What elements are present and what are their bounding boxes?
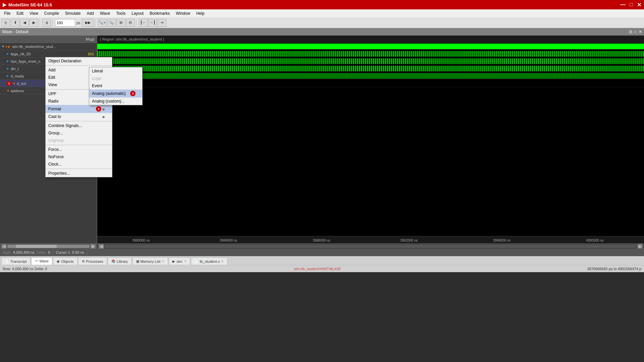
wave-close-btn[interactable]: ✕: [639, 29, 642, 34]
wave-title-controls[interactable]: ⊟ □ ✕: [629, 29, 642, 34]
tb-back-btn[interactable]: ◀: [20, 19, 29, 27]
tb-cursor-btn[interactable]: ┃←: [139, 19, 148, 27]
expand-icon-0[interactable]: ▼: [1, 45, 5, 48]
tb-sep-3: [95, 19, 97, 27]
wave-scroll-right-btn[interactable]: ▶: [637, 244, 643, 249]
tb-cursor2-btn[interactable]: →┃: [148, 19, 157, 27]
title-bar-controls[interactable]: — □ ✕: [620, 2, 641, 8]
wave-float-btn[interactable]: ⊟: [629, 29, 632, 34]
menu-help[interactable]: Help: [194, 9, 207, 17]
ctx-object-declaration[interactable]: Object Declaration: [46, 57, 112, 65]
time-label-5: 4000000 ns: [586, 239, 603, 242]
port-in-icon-3: ▶: [7, 67, 9, 70]
sim-icon: ■: [5, 45, 7, 48]
tab-processes-icon: ⚙: [82, 259, 85, 263]
ctx-force[interactable]: Force...: [46, 146, 112, 153]
wave-scroll-left-btn[interactable]: ◀: [99, 244, 104, 249]
tb-run-btn[interactable]: ▶▶: [82, 19, 94, 27]
ctx-group[interactable]: Group...: [46, 129, 112, 137]
menu-wave[interactable]: Wave: [97, 9, 113, 17]
tab-processes[interactable]: ⚙ Processes: [78, 257, 107, 265]
ctx-clock[interactable]: Clock...: [46, 161, 112, 168]
ctx-arrow-cast: ▶: [103, 115, 105, 119]
time-input[interactable]: [55, 19, 75, 26]
minimize-button[interactable]: —: [620, 2, 626, 8]
tab-tb-student-label: tb_student.v: [200, 259, 220, 263]
maximize-button[interactable]: □: [630, 2, 633, 8]
tab-library-icon: 📚: [111, 259, 115, 263]
signal-row-0[interactable]: ▼ ■ ◆ sim:/tb_student/inst_stud...: [0, 43, 97, 50]
ctx-properties[interactable]: Properties...: [46, 170, 112, 177]
h-scrollbar-track[interactable]: [7, 245, 90, 248]
tab-memory-list[interactable]: ▦ Memory List ✕: [132, 257, 168, 265]
ctx-item-label-clock: Clock...: [48, 162, 62, 167]
delta-value: 0: [48, 250, 50, 254]
tab-objects[interactable]: ◉ Objects: [53, 257, 77, 265]
badge-1: 1: [7, 81, 11, 86]
menu-edit[interactable]: Edit: [14, 9, 26, 17]
toolbar: ⎘ ⬆ ◀ ▶ ⏸ ps ▶▶ 🔍+ 🔍- ⊞ ⊟ ┃← →┃ ⇥: [0, 17, 644, 28]
tab-sim-close[interactable]: ✕: [184, 259, 186, 263]
wave-h-track[interactable]: [105, 245, 637, 248]
ctx-noforce[interactable]: NoForce: [46, 153, 112, 161]
tb-zoom-in-btn[interactable]: 🔍+: [98, 19, 107, 27]
fmt-logic: Logic: [89, 75, 142, 82]
tb-zoom-out-btn[interactable]: 🔍-: [107, 19, 116, 27]
wave-row-5: [97, 80, 644, 87]
status-right: 3976666565 ps to 4001566474 p: [587, 267, 642, 271]
tab-tb-student-close[interactable]: ✕: [221, 259, 224, 263]
tb-paste-btn[interactable]: ⬆: [11, 19, 19, 27]
now-section: Now: 4,000,400 ns Delta: 0: [0, 249, 53, 256]
fmt-analog-custom[interactable]: Analog (custom)...: [89, 98, 142, 105]
tb-copy-btn[interactable]: ⎘: [1, 19, 10, 27]
menu-window[interactable]: Window: [173, 9, 193, 17]
menu-add[interactable]: Add: [84, 9, 97, 17]
tab-transcript[interactable]: 📄 Transcript: [1, 257, 31, 265]
ctx-item-label-format: Format: [48, 107, 61, 111]
menu-simulate[interactable]: Simulate: [62, 9, 84, 17]
fmt-event[interactable]: Event: [89, 82, 142, 89]
signal-row-1[interactable]: ▶ fpga_clk_50 1h1: [0, 50, 97, 58]
fmt-analog-auto-label: Analog (automatic): [92, 91, 126, 96]
ctx-ungroup: Ungroup: [46, 137, 112, 144]
close-button[interactable]: ✕: [637, 2, 641, 8]
tab-memory-list-close[interactable]: ✕: [162, 259, 164, 263]
tab-sim[interactable]: ▶ sim ✕: [169, 257, 190, 265]
scroll-right-btn[interactable]: ▶: [90, 244, 96, 249]
menu-tools[interactable]: Tools: [113, 9, 128, 17]
menu-file[interactable]: File: [1, 9, 13, 17]
tb-markers-btn[interactable]: ⇥: [158, 19, 166, 27]
ctx-cast-to[interactable]: Cast to ▶: [46, 113, 112, 120]
fmt-analog-auto[interactable]: Analog (automatic) 3: [89, 89, 142, 98]
ctx-item-label-upf: UPF: [48, 92, 56, 96]
tab-library[interactable]: 📚 Library: [108, 257, 132, 265]
ctx-format[interactable]: Format 2 ▶: [46, 105, 112, 113]
tab-tb-student[interactable]: 📄 tb_student.v ✕: [191, 257, 228, 265]
format-submenu[interactable]: Literal Logic Event Analog (automatic) 3…: [89, 67, 143, 105]
time-label-3: 3992000 ns: [400, 239, 418, 242]
menu-compile[interactable]: Compile: [42, 9, 62, 17]
tb-zoom-sel-btn[interactable]: ⊟: [126, 19, 135, 27]
cursor-section: Cursor 1 0.00 ns: [53, 249, 87, 256]
tb-sim-btn[interactable]: ⏸: [42, 19, 51, 27]
now-bar: Now: 4,000,400 ns Delta: 0 Cursor 1 0.00…: [0, 249, 644, 256]
wave-signal-1: [97, 51, 644, 57]
tb-fwd-btn[interactable]: ▶: [30, 19, 38, 27]
menu-bar: File Edit View Compile Simulate Add Wave…: [0, 9, 644, 17]
time-label-2: 3988000 ns: [313, 239, 330, 242]
tab-wave[interactable]: 〜 Wave: [31, 257, 53, 265]
wave-signals-area[interactable]: [97, 43, 644, 236]
menu-layout[interactable]: Layout: [129, 9, 146, 17]
port-in-icon-1: ▶: [7, 52, 9, 55]
menu-bookmarks[interactable]: Bookmarks: [147, 9, 172, 17]
wave-row-2: [97, 58, 644, 65]
msgs-label: Msgs: [86, 37, 95, 41]
wave-maximize-btn[interactable]: □: [634, 29, 637, 34]
h-scrollbar-thumb[interactable]: [16, 245, 57, 248]
tb-zoom-full-btn[interactable]: ⊞: [117, 19, 125, 27]
fmt-literal[interactable]: Literal: [89, 67, 142, 75]
scroll-left-btn[interactable]: ◀: [1, 244, 7, 249]
fmt-event-label: Event: [92, 83, 102, 88]
menu-view[interactable]: View: [27, 9, 41, 17]
ctx-combine[interactable]: Combine Signals...: [46, 122, 112, 129]
